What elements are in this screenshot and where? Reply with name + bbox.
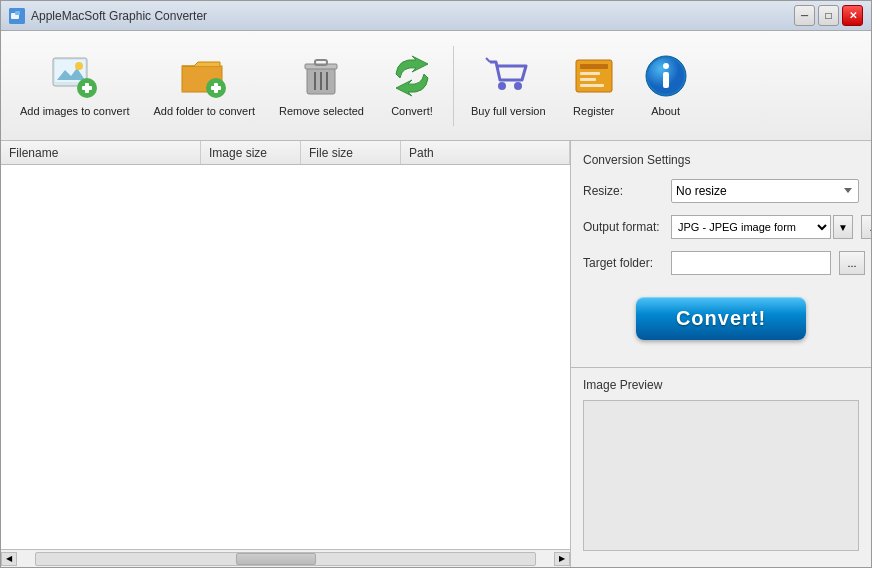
svg-rect-25 xyxy=(580,72,600,75)
output-format-arrow-btn[interactable]: ▼ xyxy=(833,215,853,239)
resize-label: Resize: xyxy=(583,184,663,198)
resize-row: Resize: No resize Custom size 25% 50% 75… xyxy=(583,179,859,203)
output-format-browse-button[interactable]: ... xyxy=(861,215,871,239)
file-list-panel: Filename Image size File size Path ◀ ▶ xyxy=(1,141,571,567)
close-button[interactable]: ✕ xyxy=(842,5,863,26)
col-imagesize-header: Image size xyxy=(201,141,301,164)
output-format-select[interactable]: JPG - JPEG image form PNG - Portable Net… xyxy=(671,215,831,239)
buy-full-version-label: Buy full version xyxy=(471,104,546,118)
add-folder-button[interactable]: Add folder to convert xyxy=(142,38,266,133)
scrollbar-thumb[interactable] xyxy=(236,553,316,565)
about-label: About xyxy=(651,104,680,118)
remove-selected-button[interactable]: Remove selected xyxy=(268,38,375,133)
list-header: Filename Image size File size Path xyxy=(1,141,570,165)
minimize-button[interactable]: ─ xyxy=(794,5,815,26)
about-button[interactable]: About xyxy=(631,38,701,133)
buy-icon xyxy=(484,52,532,100)
resize-select[interactable]: No resize Custom size 25% 50% 75% 200% xyxy=(671,179,859,203)
svg-rect-9 xyxy=(85,83,89,93)
scrollbar-area: ◀ ▶ xyxy=(1,549,570,567)
output-format-row: Output format: JPG - JPEG image form PNG… xyxy=(583,215,859,239)
image-preview-title: Image Preview xyxy=(583,378,859,392)
remove-selected-icon xyxy=(297,52,345,100)
target-folder-input[interactable] xyxy=(671,251,831,275)
title-bar: AppleMacSoft Graphic Converter ─ □ ✕ xyxy=(1,1,871,31)
svg-rect-31 xyxy=(663,72,669,88)
target-folder-browse-button[interactable]: ... xyxy=(839,251,865,275)
main-window: AppleMacSoft Graphic Converter ─ □ ✕ xyxy=(0,0,872,568)
app-icon xyxy=(9,8,25,24)
target-folder-row: Target folder: ... xyxy=(583,251,859,275)
conversion-settings: Conversion Settings Resize: No resize Cu… xyxy=(571,141,871,368)
format-select-container: JPG - JPEG image form PNG - Portable Net… xyxy=(671,215,853,239)
image-preview-box xyxy=(583,400,859,551)
add-images-label: Add images to convert xyxy=(20,104,129,118)
convert-btn-container: Convert! xyxy=(583,287,859,355)
col-filename-header: Filename xyxy=(1,141,201,164)
register-label: Register xyxy=(573,104,614,118)
svg-point-21 xyxy=(498,82,506,90)
toolbar-convert-button[interactable]: Convert! xyxy=(377,38,447,133)
svg-point-30 xyxy=(663,63,669,69)
toolbar-separator-1 xyxy=(453,46,454,126)
image-preview-section: Image Preview xyxy=(571,368,871,567)
target-folder-label: Target folder: xyxy=(583,256,663,270)
window-controls: ─ □ ✕ xyxy=(794,5,863,26)
svg-rect-26 xyxy=(580,78,596,81)
about-icon xyxy=(642,52,690,100)
main-area: Filename Image size File size Path ◀ ▶ C… xyxy=(1,141,871,567)
register-button[interactable]: Register xyxy=(559,38,629,133)
add-images-icon xyxy=(51,52,99,100)
svg-rect-14 xyxy=(214,83,218,93)
file-list-body[interactable] xyxy=(1,165,570,549)
convert-icon xyxy=(388,52,436,100)
convert-toolbar-label: Convert! xyxy=(391,104,433,118)
buy-full-version-button[interactable]: Buy full version xyxy=(460,38,557,133)
toolbar: Add images to convert Add folder to conv… xyxy=(1,31,871,141)
convert-main-button[interactable]: Convert! xyxy=(636,297,806,340)
add-images-button[interactable]: Add images to convert xyxy=(9,38,140,133)
svg-rect-24 xyxy=(580,64,608,69)
col-path-header: Path xyxy=(401,141,570,164)
output-format-label: Output format: xyxy=(583,220,663,234)
scroll-left-button[interactable]: ◀ xyxy=(1,552,17,566)
conversion-settings-title: Conversion Settings xyxy=(583,153,859,167)
svg-rect-20 xyxy=(315,60,327,65)
register-icon xyxy=(570,52,618,100)
svg-rect-27 xyxy=(580,84,604,87)
svg-rect-2 xyxy=(15,11,20,15)
remove-selected-label: Remove selected xyxy=(279,104,364,118)
add-folder-label: Add folder to convert xyxy=(153,104,255,118)
window-title: AppleMacSoft Graphic Converter xyxy=(31,9,794,23)
svg-point-6 xyxy=(75,62,83,70)
add-folder-icon xyxy=(180,52,228,100)
right-panel: Conversion Settings Resize: No resize Cu… xyxy=(571,141,871,567)
maximize-button[interactable]: □ xyxy=(818,5,839,26)
col-filesize-header: File size xyxy=(301,141,401,164)
scroll-right-button[interactable]: ▶ xyxy=(554,552,570,566)
scrollbar-track[interactable] xyxy=(35,552,536,566)
svg-point-22 xyxy=(514,82,522,90)
